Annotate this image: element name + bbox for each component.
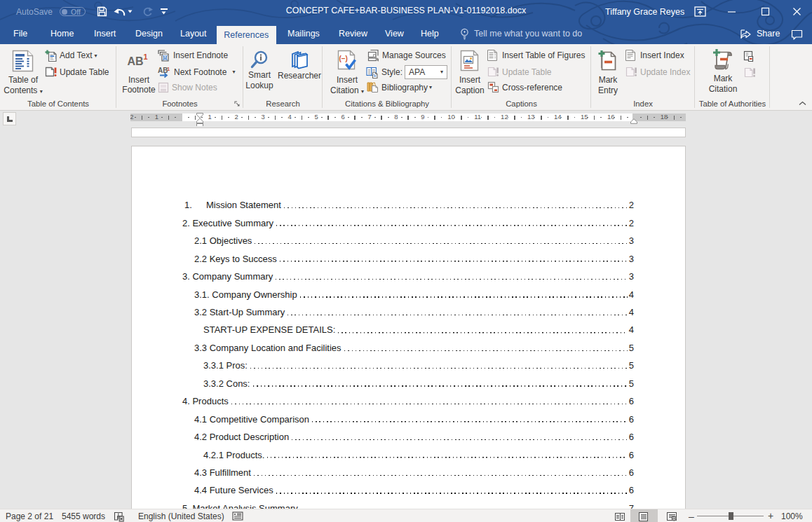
svg-text:(–): (–) xyxy=(339,55,348,62)
svg-text:1: 1 xyxy=(167,66,170,72)
